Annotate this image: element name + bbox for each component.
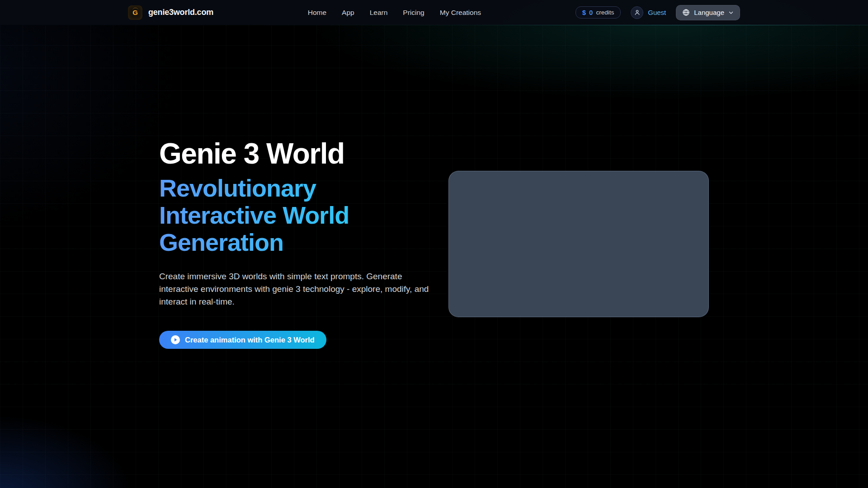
header-actions: $ 0 credits Guest	[576, 5, 740, 20]
avatar	[631, 6, 643, 19]
hero-media-placeholder	[448, 171, 709, 317]
create-animation-label: Create animation with Genie 3 World	[185, 336, 315, 344]
hero-subtitle: Revolutionary Interactive World Generati…	[159, 174, 420, 256]
credits-amount: 0	[589, 9, 593, 16]
chevron-down-icon	[728, 10, 734, 15]
credits-badge[interactable]: $ 0 credits	[576, 6, 621, 19]
brand-logo-icon: G	[128, 5, 142, 20]
nav-item-my-creations[interactable]: My Creations	[440, 9, 481, 17]
dollar-icon: $	[582, 9, 586, 16]
credits-unit-label: credits	[596, 9, 614, 16]
landing-page: G genie3world.com Home App Learn Pricing…	[0, 0, 868, 488]
hero-title: Genie 3 World	[159, 139, 420, 168]
hero-description-line: interactive environments with genie 3 te…	[159, 283, 420, 296]
play-icon	[171, 335, 180, 344]
hero-description-line: interact in real-time.	[159, 296, 420, 308]
user-account[interactable]: Guest	[631, 6, 666, 19]
nav-item-app[interactable]: App	[342, 9, 354, 17]
site-title: genie3world.com	[148, 8, 213, 17]
user-name-label: Guest	[648, 9, 666, 16]
logo-letter: G	[132, 9, 138, 16]
language-label: Language	[694, 9, 724, 16]
globe-icon	[682, 9, 690, 16]
main-nav: Home App Learn Pricing My Creations	[308, 9, 481, 17]
nav-item-learn[interactable]: Learn	[370, 9, 388, 17]
nav-item-home[interactable]: Home	[308, 9, 326, 17]
nav-item-pricing[interactable]: Pricing	[403, 9, 424, 17]
top-navbar: G genie3world.com Home App Learn Pricing…	[0, 0, 868, 25]
hero-description-line: Create immersive 3D worlds with simple t…	[159, 270, 420, 283]
hero-description: Create immersive 3D worlds with simple t…	[159, 270, 420, 308]
brand[interactable]: G genie3world.com	[128, 5, 213, 20]
create-animation-button[interactable]: Create animation with Genie 3 World	[159, 331, 326, 349]
hero-copy: Genie 3 World Revolutionary Interactive …	[159, 139, 420, 349]
hero-section: Genie 3 World Revolutionary Interactive …	[0, 25, 868, 488]
language-button[interactable]: Language	[676, 5, 740, 20]
person-icon	[634, 9, 641, 16]
